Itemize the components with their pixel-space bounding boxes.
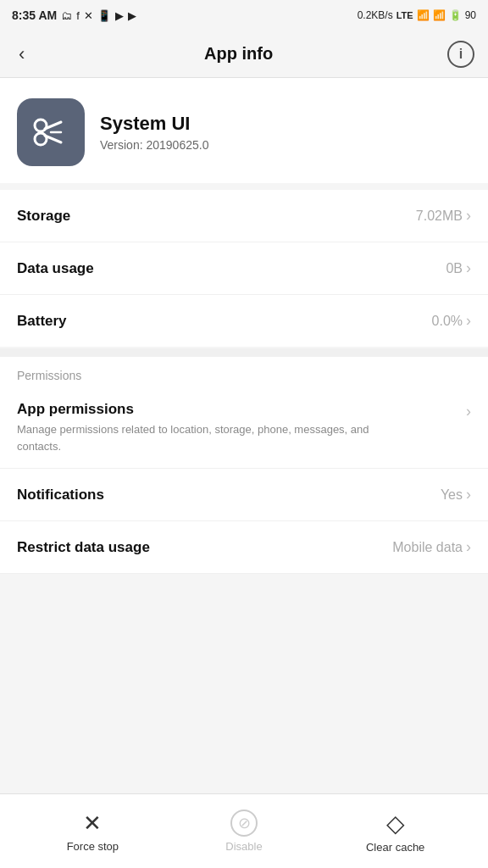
status-time: 8:35 AM [12, 8, 57, 22]
restrict-data-chevron: › [466, 538, 471, 556]
storage-chevron: › [466, 207, 471, 225]
app-info-header: ‹ App info i [0, 31, 488, 78]
data-usage-chevron: › [466, 259, 471, 277]
section-divider [0, 348, 488, 357]
scroll-pad [0, 576, 488, 657]
force-stop-icon: ✕ [83, 810, 102, 837]
wifi-icon: 📶 [433, 9, 446, 21]
permissions-section: Permissions App permissions Manage permi… [0, 357, 488, 574]
app-details: System UI Version: 20190625.0 [100, 113, 208, 152]
force-stop-label: Force stop [67, 840, 119, 853]
data-usage-value: 0B › [446, 259, 471, 277]
clear-cache-button[interactable]: ◇ Clear cache [319, 810, 471, 854]
status-bar: 8:35 AM 🗂 f ✕ 📱 ▶ ▶ 0.2KB/s LTE 📶 📶 🔋 90 [0, 0, 488, 31]
permissions-header: Permissions [0, 357, 488, 387]
app-permissions-row[interactable]: App permissions Manage permissions relat… [0, 387, 488, 469]
notif-icon-2: f [76, 9, 80, 22]
battery-chevron: › [466, 312, 471, 330]
signal-icon: 📶 [417, 9, 430, 21]
battery-value: 0.0% › [432, 312, 471, 330]
app-info-section: System UI Version: 20190625.0 [0, 78, 488, 183]
network-speed: 0.2KB/s [358, 9, 393, 21]
notifications-chevron: › [466, 486, 471, 504]
usage-section: Storage 7.02MB › Data usage 0B › Battery… [0, 190, 488, 347]
disable-button[interactable]: ⊘ Disable [169, 810, 320, 853]
battery-row[interactable]: Battery 0.0% › [0, 295, 488, 347]
app-icon [17, 98, 85, 166]
storage-label: Storage [17, 208, 70, 225]
notif-icon-6: ▶ [128, 9, 136, 22]
force-stop-button[interactable]: ✕ Force stop [17, 810, 169, 853]
notifications-row[interactable]: Notifications Yes › [0, 469, 488, 521]
battery-icon: 🔋 [449, 9, 462, 21]
notif-icon-1: 🗂 [61, 9, 72, 22]
restrict-data-label: Restrict data usage [17, 539, 150, 556]
notifications-value: Yes › [441, 486, 471, 504]
clear-cache-label: Clear cache [366, 841, 424, 854]
battery-level: 90 [465, 9, 476, 21]
bottom-action-bar: ✕ Force stop ⊘ Disable ◇ Clear cache [0, 793, 488, 868]
lte-icon: LTE [396, 10, 413, 20]
notifications-label: Notifications [17, 487, 104, 504]
notif-icon-5: ▶ [115, 9, 124, 22]
restrict-data-value: Mobile data › [392, 538, 471, 556]
app-permissions-subtitle: Manage permissions related to location, … [17, 421, 373, 454]
notif-icon-4: 📱 [97, 9, 111, 22]
app-permissions-chevron: › [466, 401, 471, 420]
disable-icon: ⊘ [230, 810, 258, 837]
disable-label: Disable [225, 840, 262, 853]
data-usage-row[interactable]: Data usage 0B › [0, 242, 488, 295]
back-button[interactable]: ‹ [14, 38, 30, 70]
app-permissions-title: App permissions [17, 401, 373, 418]
info-button[interactable]: i [447, 41, 474, 68]
app-icon-svg [29, 110, 73, 154]
app-name: System UI [100, 113, 208, 135]
restrict-data-row[interactable]: Restrict data usage Mobile data › [0, 521, 488, 574]
battery-label: Battery [17, 313, 67, 330]
status-right: 0.2KB/s LTE 📶 📶 🔋 90 [358, 9, 476, 21]
data-usage-label: Data usage [17, 260, 94, 277]
clear-cache-icon: ◇ [386, 810, 405, 837]
page-title: App info [204, 44, 273, 64]
storage-row[interactable]: Storage 7.02MB › [0, 190, 488, 242]
app-version: Version: 20190625.0 [100, 138, 208, 152]
notif-icon-3: ✕ [84, 9, 93, 22]
status-left: 8:35 AM 🗂 f ✕ 📱 ▶ ▶ [12, 8, 136, 22]
storage-value: 7.02MB › [416, 207, 471, 225]
